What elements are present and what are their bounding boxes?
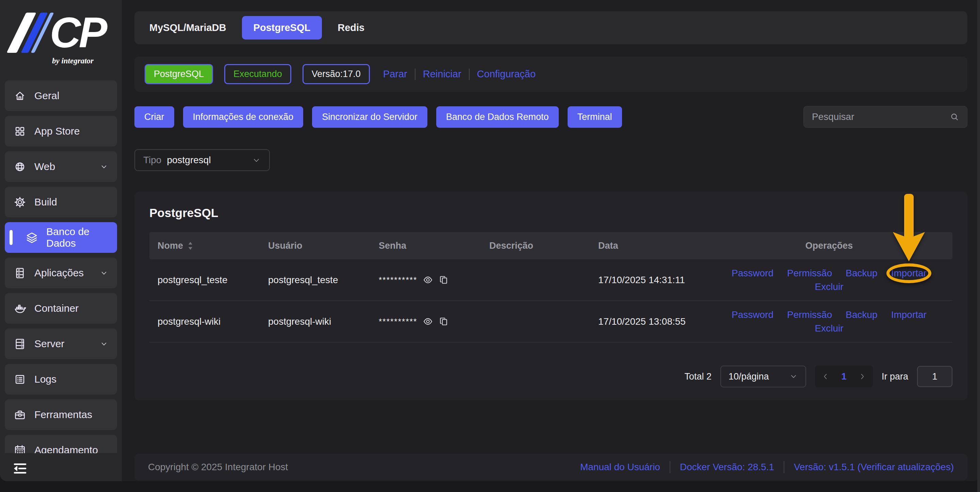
card-title: PostgreSQL: [150, 192, 953, 220]
show-password-eye-icon[interactable]: [423, 275, 433, 285]
informacoes-de-conexao-button[interactable]: Informações de conexão: [183, 106, 304, 128]
status-actions: PararReiniciarConfiguração: [383, 69, 536, 80]
reiniciar-link[interactable]: Reiniciar: [423, 69, 461, 80]
sidebar-item-geral[interactable]: Geral: [5, 80, 117, 111]
status-bar: PostgreSQL Executando Versão:17.0 PararR…: [134, 57, 967, 92]
show-password-eye-icon[interactable]: [423, 316, 433, 327]
table-row: postgresql_testepostgresql_teste********…: [150, 259, 953, 301]
manual-do-usuario-link[interactable]: Manual do Usuário: [580, 462, 660, 473]
toolbar-buttons: CriarInformações de conexãoSincronizar d…: [134, 106, 622, 128]
separator: [415, 69, 415, 80]
chevron-right-icon: [858, 372, 866, 380]
type-select[interactable]: Tipo postgresql: [134, 149, 270, 171]
sidebar-item-build[interactable]: Build: [5, 187, 117, 217]
sidebar-item-banco-de-dados[interactable]: Banco de Dados: [5, 222, 117, 253]
chevron-down-icon: [100, 163, 108, 171]
cell-data: 17/10/2025 14:31:11: [590, 275, 706, 286]
chevron-down-icon: [252, 156, 261, 165]
column-header-label: Senha: [379, 241, 406, 251]
calendar-icon: [14, 444, 26, 454]
table-body: postgresql_testepostgresql_teste********…: [150, 259, 953, 342]
sidebar-item-label: Web: [34, 161, 55, 173]
chevron-down-icon: [100, 269, 108, 277]
copy-password-icon[interactable]: [439, 275, 449, 285]
version-badge: Versão:17.0: [302, 64, 370, 84]
sidebar-item-label: Agendamento: [34, 444, 98, 453]
separator: [784, 461, 784, 473]
column-header-operacoes: Operações: [706, 241, 953, 251]
password-mask: **********: [379, 275, 417, 285]
cell-nome: postgresql-wiki: [150, 316, 260, 327]
filter-row: Tipo postgresql: [134, 149, 967, 171]
column-header-descricao: Descrição: [481, 241, 590, 251]
excluir-link[interactable]: Excluir: [815, 281, 843, 292]
sincronizar-do-servidor-button[interactable]: Sincronizar do Servidor: [312, 106, 427, 128]
page-size-select[interactable]: 10/página: [721, 366, 806, 387]
cell-nome: postgresql_teste: [150, 275, 260, 286]
criar-button[interactable]: Criar: [134, 106, 174, 128]
sidebar-item-container[interactable]: Container: [5, 293, 117, 324]
importar-link[interactable]: Importar: [891, 309, 927, 320]
footer-links: Manual do UsuárioDocker Versão: 28.5.1Ve…: [580, 461, 954, 473]
tab-mysql-mariadb[interactable]: MySQL/MariaDB: [150, 22, 226, 34]
tab-postgresql[interactable]: PostgreSQL: [242, 16, 322, 40]
docker-icon: [14, 302, 26, 315]
password-link[interactable]: Password: [732, 268, 773, 279]
docker-versao-link[interactable]: Docker Versão: 28.5.1: [680, 462, 774, 473]
service-badge: PostgreSQL: [145, 64, 213, 84]
sort-icon[interactable]: [187, 241, 194, 251]
permissao-link[interactable]: Permissão: [787, 309, 832, 320]
running-state-badge: Executando: [224, 64, 291, 84]
copy-password-icon[interactable]: [439, 316, 449, 327]
sidebar-item-label: Logs: [34, 374, 56, 385]
sidebar-item-label: Container: [34, 303, 79, 314]
column-header-label: Descrição: [489, 241, 533, 251]
sidebar-item-label: Banco de Dados: [46, 226, 108, 249]
current-page[interactable]: 1: [835, 366, 853, 387]
banco-de-dados-remoto-button[interactable]: Banco de Dados Remoto: [436, 106, 559, 128]
terminal-button[interactable]: Terminal: [568, 106, 622, 128]
configuracao-link[interactable]: Configuração: [477, 69, 536, 80]
table-header: NomeUsuárioSenhaDescriçãoDataOperações: [150, 232, 953, 259]
sidebar-item-app-store[interactable]: App Store: [5, 116, 117, 147]
backup-link[interactable]: Backup: [846, 268, 877, 279]
search-input[interactable]: [811, 111, 945, 123]
sidebar-item-ferramentas[interactable]: Ferramentas: [5, 399, 117, 430]
sidebar-item-aplicacoes[interactable]: Aplicações: [5, 257, 117, 288]
layers-icon: [25, 232, 38, 244]
previous-page-button[interactable]: [816, 366, 835, 387]
password-link[interactable]: Password: [732, 309, 773, 320]
permissao-link[interactable]: Permissão: [787, 268, 832, 279]
chevron-left-icon: [821, 372, 830, 380]
scrollbar-track[interactable]: [977, 0, 980, 492]
sidebar-collapse-button[interactable]: [11, 460, 29, 477]
sidebar-item-label: App Store: [34, 125, 80, 137]
goto-page-input[interactable]: [917, 366, 953, 387]
separator: [670, 461, 670, 473]
tab-redis[interactable]: Redis: [337, 22, 364, 34]
importar-link[interactable]: Importar: [891, 268, 927, 278]
sidebar-menu: GeralApp StoreWebBuildBanco de DadosApli…: [5, 80, 117, 453]
sidebar-item-label: Server: [34, 338, 64, 350]
operations-line: Excluir: [815, 323, 843, 334]
excluir-link[interactable]: Excluir: [815, 323, 843, 334]
parar-link[interactable]: Parar: [383, 69, 407, 80]
type-select-label: Tipo: [143, 155, 161, 166]
sidebar-item-logs[interactable]: Logs: [5, 364, 117, 395]
column-header-label: Data: [598, 241, 618, 251]
column-header-label: Nome: [158, 241, 183, 251]
column-header-nome[interactable]: Nome: [150, 241, 260, 251]
main-content: MySQL/MariaDBPostgreSQLRedis PostgreSQL …: [122, 0, 980, 481]
backup-link[interactable]: Backup: [846, 309, 877, 320]
column-header-senha: Senha: [371, 241, 481, 251]
sidebar: CP by integrator GeralApp StoreWebBuildB…: [0, 0, 122, 481]
app-window: CP by integrator GeralApp StoreWebBuildB…: [0, 0, 980, 481]
next-page-button[interactable]: [853, 366, 872, 387]
sidebar-item-web[interactable]: Web: [5, 151, 117, 182]
sidebar-item-agendamento[interactable]: Agendamento: [5, 435, 117, 453]
versao-link[interactable]: Versão: v1.5.1 (Verificar atualizações): [794, 462, 954, 473]
footer: Copyright © 2025 Integrator Host Manual …: [134, 454, 967, 481]
sidebar-item-server[interactable]: Server: [5, 329, 117, 359]
cell-senha: **********: [371, 275, 481, 285]
cell-usuario: postgresql_teste: [260, 275, 371, 286]
